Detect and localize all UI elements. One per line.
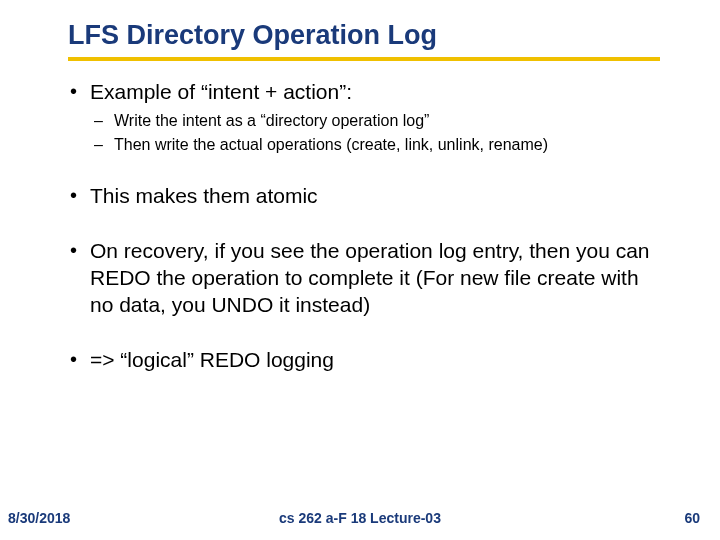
footer-page-number: 60 <box>684 510 700 526</box>
bullet-item: Example of “intent + action”: Write the … <box>68 79 660 155</box>
sub-bullet-item: Write the intent as a “directory operati… <box>90 111 660 132</box>
bullet-text: On recovery, if you see the operation lo… <box>90 239 650 316</box>
bullet-item: => “logical” REDO logging <box>68 347 660 374</box>
sub-bullet-item: Then write the actual operations (create… <box>90 135 660 156</box>
slide: LFS Directory Operation Log Example of “… <box>0 0 720 540</box>
bullet-text: => “logical” REDO logging <box>90 348 334 371</box>
bullet-list: Example of “intent + action”: Write the … <box>68 79 660 374</box>
bullet-text: This makes them atomic <box>90 184 318 207</box>
footer-date: 8/30/2018 <box>8 510 70 526</box>
bullet-text: Example of “intent + action”: <box>90 80 352 103</box>
bullet-item: On recovery, if you see the operation lo… <box>68 238 660 319</box>
slide-content: Example of “intent + action”: Write the … <box>68 79 660 374</box>
title-underline <box>68 57 660 61</box>
sub-bullet-list: Write the intent as a “directory operati… <box>90 111 660 156</box>
bullet-item: This makes them atomic <box>68 183 660 210</box>
footer-center: cs 262 a-F 18 Lecture-03 <box>279 510 441 526</box>
slide-title: LFS Directory Operation Log <box>68 20 660 51</box>
title-block: LFS Directory Operation Log <box>68 20 660 61</box>
